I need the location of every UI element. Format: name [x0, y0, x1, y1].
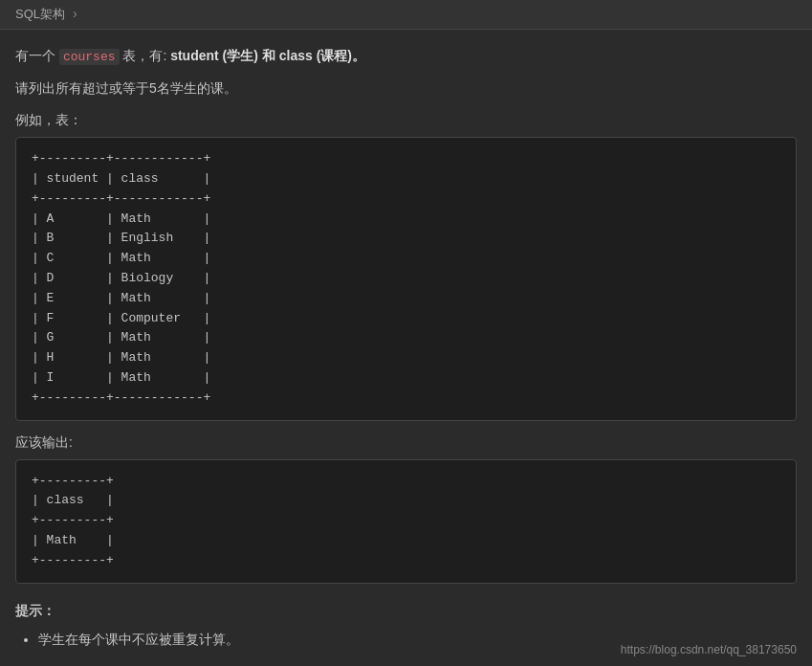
example-label: 例如，表：: [15, 112, 797, 129]
main-content: 有一个 courses 表，有: student (学生) 和 class (课…: [0, 30, 812, 666]
desc-code: courses: [59, 49, 120, 65]
desc-suffix: 表，有:: [120, 48, 171, 63]
desc-prefix: 有一个: [15, 48, 59, 63]
footer-link[interactable]: https://blog.csdn.net/qq_38173650: [621, 643, 797, 656]
breadcrumb-arrow: ›: [73, 6, 77, 21]
output-label: 应该输出:: [15, 434, 797, 452]
hint-label: 提示：: [15, 603, 797, 620]
breadcrumb-text: SQL架构: [15, 7, 65, 21]
table1-code-block: +---------+------------+ | student | cla…: [15, 137, 797, 420]
description-line2: 请列出所有超过或等于5名学生的课。: [15, 78, 797, 99]
desc-bold: student (学生) 和 class (课程)。: [170, 48, 365, 63]
table2-code-block: +---------+ | class | +---------+ | Math…: [15, 459, 797, 584]
description-line1: 有一个 courses 表，有: student (学生) 和 class (课…: [15, 45, 797, 68]
breadcrumb: SQL架构 ›: [0, 0, 812, 30]
